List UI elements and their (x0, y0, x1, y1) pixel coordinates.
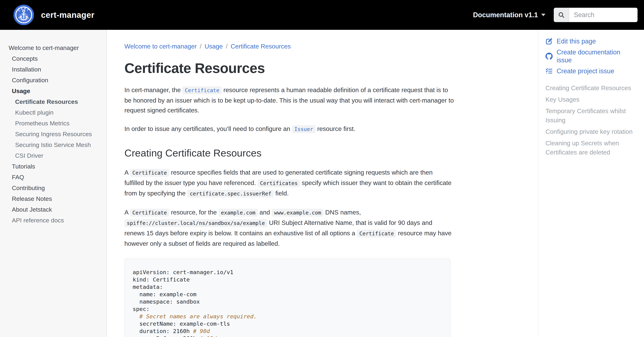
search-button[interactable] (554, 8, 569, 22)
code-line: name: example-com (133, 291, 442, 298)
table-of-contents: Creating Certificate ResourcesKey Usages… (546, 83, 637, 157)
breadcrumb-link[interactable]: Welcome to cert-manager (124, 43, 197, 50)
paragraph: A Certificate resource, for the example.… (124, 207, 454, 248)
inline-code: Certificates (258, 179, 300, 187)
sidebar-item[interactable]: CSI Driver (0, 150, 106, 161)
paragraph: A Certificate resource specifies fields … (124, 167, 454, 199)
inline-code-link[interactable]: Certificate (182, 86, 222, 94)
sidebar-item[interactable]: Contributing (0, 183, 106, 193)
edit-link[interactable]: Edit this page (546, 37, 637, 45)
top-nav: CERT MANAGER cert-manager Documentation … (0, 0, 644, 30)
sidebar-item[interactable]: Configuration (0, 75, 106, 85)
page-tool-label: Create documentation issue (556, 48, 637, 64)
sidebar-item[interactable]: Kubectl plugin (0, 107, 106, 118)
yaml-code-block: apiVersion: cert-manager.io/v1kind: Cert… (124, 259, 450, 337)
page-tool-label: Edit this page (556, 37, 596, 45)
breadcrumb: Welcome to cert-manager/Usage/Certificat… (124, 43, 538, 50)
sidebar-item[interactable]: About Jetstack (0, 204, 106, 215)
main-content: Welcome to cert-manager/Usage/Certificat… (107, 30, 538, 337)
sidebar-item[interactable]: API reference docs (0, 215, 106, 226)
code-line: secretName: example-com-tls (133, 320, 442, 328)
code-line: duration: 2160h # 90d (133, 328, 442, 335)
toc-item[interactable]: Key Usages (546, 95, 637, 104)
github-link[interactable]: Create documentation issue (546, 48, 637, 64)
sidebar-item[interactable]: Securing Ingress Resources (0, 129, 106, 139)
page-tool-links: Edit this page Create documentation issu… (546, 37, 637, 75)
version-label: Documentation v1.1 (473, 11, 538, 19)
inline-code: certificate.spec.issuerRef (187, 190, 274, 198)
github-icon (546, 53, 553, 60)
inline-code: example.com (218, 209, 258, 217)
code-comment: # 15d (200, 335, 216, 337)
edit-icon (546, 38, 553, 45)
inline-code: Certificate (357, 230, 396, 238)
version-dropdown[interactable]: Documentation v1.1 (473, 11, 546, 19)
inline-code: Certificate (130, 209, 169, 217)
header-controls: Documentation v1.1 (473, 8, 644, 22)
toc-item[interactable]: Temporary Certificates whilst Issuing (546, 106, 637, 125)
breadcrumb-link[interactable]: Certificate Resources (231, 43, 291, 50)
code-line: spec: (133, 305, 442, 313)
right-sidebar: Edit this page Create documentation issu… (538, 30, 644, 337)
sidebar-nav: Welcome to cert-managerConceptsInstallat… (0, 30, 106, 226)
search-box (554, 8, 638, 22)
sidebar-item[interactable]: Usage (0, 85, 106, 96)
section-heading: Creating Certificate Resources (124, 147, 538, 159)
sidebar-item[interactable]: Concepts (0, 53, 106, 64)
cert-manager-logo-icon: CERT MANAGER (13, 4, 34, 26)
search-input[interactable] (569, 8, 638, 22)
breadcrumb-separator: / (226, 43, 228, 50)
tasks-link[interactable]: Create project issue (546, 67, 637, 75)
sidebar-item[interactable]: Welcome to cert-manager (0, 42, 106, 53)
breadcrumb-separator: / (200, 43, 202, 50)
site-title[interactable]: cert-manager (41, 10, 94, 20)
section-paragraphs: A Certificate resource specifies fields … (124, 167, 454, 248)
chevron-down-icon (541, 14, 546, 16)
code-line: namespace: sandbox (133, 298, 442, 305)
search-icon (558, 11, 565, 18)
page-title: Certificate Resources (124, 60, 538, 76)
sidebar-item[interactable]: Securing Istio Service Mesh (0, 139, 106, 150)
code-line: # Secret names are always required. (133, 313, 442, 320)
sidebar-item[interactable]: Release Notes (0, 193, 106, 204)
page-tool-label: Create project issue (556, 67, 614, 75)
code-line: metadata: (133, 283, 442, 291)
paragraph: In cert-manager, the Certificate resourc… (124, 85, 454, 115)
code-line: kind: Certificate (133, 276, 442, 283)
inline-code: Certificate (130, 169, 169, 177)
breadcrumb-link[interactable]: Usage (204, 43, 223, 50)
tasks-icon (546, 67, 553, 75)
inline-code: spiffe://cluster.local/ns/sandbox/sa/exa… (124, 219, 267, 227)
sidebar-item[interactable]: Prometheus Metrics (0, 118, 106, 129)
sidebar-item[interactable]: FAQ (0, 172, 106, 183)
inline-code-link[interactable]: Issuer (292, 125, 316, 133)
sidebar-item[interactable]: Tutorials (0, 161, 106, 172)
code-comment: # Secret names are always required. (139, 313, 257, 320)
toc-item[interactable]: Configuring private key rotation (546, 127, 637, 136)
toc-item[interactable]: Cleaning up Secrets when Certificates ar… (546, 138, 637, 157)
code-line: apiVersion: cert-manager.io/v1 (133, 269, 442, 276)
left-sidebar: Welcome to cert-managerConceptsInstallat… (0, 30, 107, 337)
code-comment: # 90d (193, 328, 210, 334)
toc-item[interactable]: Creating Certificate Resources (546, 83, 637, 92)
code-line: renewBefore: 360h # 15d (133, 335, 442, 337)
sidebar-item[interactable]: Certificate Resources (0, 96, 106, 107)
inline-code: www.example.com (272, 209, 324, 217)
sidebar-item[interactable]: Installation (0, 64, 106, 75)
intro-paragraphs: In cert-manager, the Certificate resourc… (124, 85, 454, 134)
paragraph: In order to issue any certificates, you’… (124, 124, 454, 134)
